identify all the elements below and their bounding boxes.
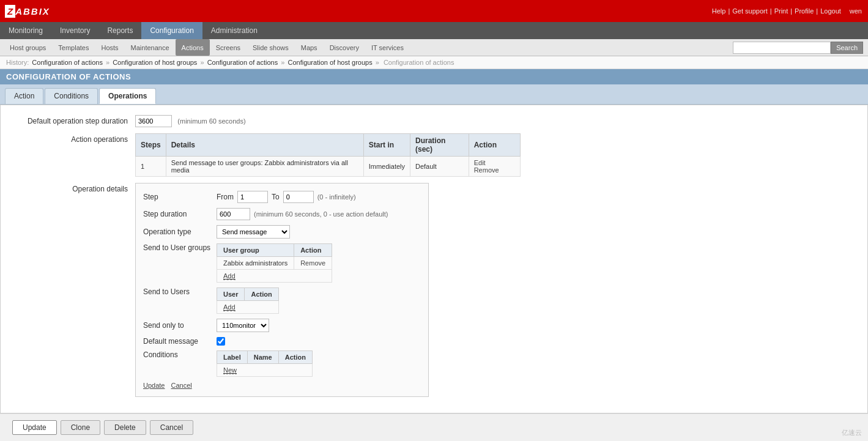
clone-button[interactable]: Clone [61, 420, 100, 435]
default-step-duration-label: Default operation step duration [13, 115, 135, 125]
breadcrumb-current: Configuration of actions [384, 59, 454, 66]
subnav-maintenance[interactable]: Maintenance [125, 39, 176, 56]
delete-button[interactable]: Delete [104, 420, 146, 435]
subnav-templates[interactable]: Templates [52, 39, 95, 56]
nav-monitoring[interactable]: Monitoring [0, 22, 51, 39]
table-row: New [217, 364, 313, 377]
logo-wrap: Z ABBIX [0, 0, 55, 22]
search-input[interactable] [733, 42, 831, 54]
conditions-value: Label Name Action New [217, 350, 313, 377]
operation-details-value: Step From To (0 - infinitely) Step durat… [135, 183, 855, 397]
breadcrumb-link-3[interactable]: Configuration of actions [207, 59, 278, 66]
breadcrumb-link-2[interactable]: Configuration of host groups [113, 59, 197, 66]
main-content: Default operation step duration (minimum… [0, 105, 868, 413]
send-only-to-select[interactable]: 110monitor All [217, 319, 269, 332]
send-to-user-groups-value: User group Action Zabbix administrators … [217, 243, 332, 283]
bottom-buttons: Update Clone Delete Cancel [0, 413, 868, 441]
main-nav: Monitoring Inventory Reports Configurati… [0, 22, 868, 39]
col-details: Details [166, 134, 363, 157]
search-button[interactable]: Search [831, 42, 863, 54]
top-right-links: Help | Get support | Print | Profile | L… [712, 7, 868, 15]
step-duration-input[interactable] [217, 208, 250, 220]
new-condition-link[interactable]: New [223, 366, 237, 374]
breadcrumb-link-1[interactable]: Configuration of actions [32, 59, 103, 66]
subnav-slide-shows[interactable]: Slide shows [247, 39, 295, 56]
nav-reports[interactable]: Reports [98, 22, 141, 39]
subnav-discovery[interactable]: Discovery [324, 39, 365, 56]
nav-configuration[interactable]: Configuration [141, 22, 202, 39]
row-start-in: Immediately [363, 157, 410, 177]
cancel-button[interactable]: Cancel [150, 420, 193, 435]
logo-rest: ABBIX [15, 6, 50, 17]
default-step-duration-input[interactable] [135, 115, 172, 127]
operation-details-box: Step From To (0 - infinitely) Step durat… [135, 183, 429, 397]
conditions-label: Conditions [143, 350, 217, 359]
op-update-link[interactable]: Update [143, 382, 165, 389]
table-row: Add [217, 270, 332, 283]
operation-type-label: Operation type [143, 228, 217, 236]
subnav-host-groups[interactable]: Host groups [4, 39, 52, 56]
col-steps: Steps [136, 134, 166, 157]
remove-link[interactable]: Remove [474, 166, 499, 174]
to-input[interactable] [283, 191, 314, 203]
from-input[interactable] [237, 191, 268, 203]
breadcrumb-link-4[interactable]: Configuration of host groups [287, 59, 372, 66]
tab-conditions[interactable]: Conditions [45, 88, 98, 104]
row-actions: Edit Remove [469, 157, 520, 177]
breadcrumb-history-label: History: [6, 59, 29, 66]
breadcrumb: History: Configuration of actions » Conf… [0, 56, 868, 69]
add-user-group-link[interactable]: Add [223, 272, 236, 280]
ug-col-group: User group [217, 244, 294, 257]
send-to-user-groups-row: Send to User groups User group Action [143, 243, 421, 283]
step-duration-label: Step duration [143, 210, 217, 218]
watermark: 亿速云 [842, 428, 862, 437]
operation-type-select[interactable]: Send message Remote command [217, 225, 290, 239]
send-to-users-row: Send to Users User Action [143, 287, 421, 314]
default-step-duration-value: (minimum 60 seconds) [135, 115, 855, 127]
default-step-duration-hint: (minimum 60 seconds) [177, 117, 245, 125]
tab-bar: Action Conditions Operations [0, 84, 868, 105]
default-step-duration-row: Default operation step duration (minimum… [13, 115, 855, 127]
profile-link[interactable]: Profile [795, 7, 814, 15]
default-message-checkbox[interactable] [217, 337, 225, 346]
tab-action[interactable]: Action [5, 88, 43, 104]
ug-col-action: Action [294, 244, 332, 257]
print-link[interactable]: Print [774, 7, 788, 15]
username: wen [850, 7, 862, 15]
logout-link[interactable]: Logout [820, 7, 841, 15]
nav-inventory[interactable]: Inventory [51, 22, 98, 39]
ug-group-name: Zabbix administrators [217, 257, 294, 270]
tab-operations[interactable]: Operations [99, 88, 156, 104]
nav-administration[interactable]: Administration [202, 22, 266, 39]
cond-col-label: Label [217, 351, 248, 364]
default-message-row: Default message [143, 337, 421, 346]
add-user-link[interactable]: Add [223, 303, 236, 311]
user-groups-table: User group Action Zabbix administrators … [217, 243, 332, 283]
op-cancel-link[interactable]: Cancel [171, 382, 191, 389]
update-button[interactable]: Update [12, 420, 57, 435]
ug-add-cell: Add [217, 270, 332, 283]
default-message-value [217, 337, 225, 346]
ug-remove-link[interactable]: Remove [300, 259, 325, 267]
logo-z: Z [5, 5, 15, 18]
step-value: From To (0 - infinitely) [217, 191, 356, 203]
send-to-users-label: Send to Users [143, 287, 217, 296]
get-support-link[interactable]: Get support [732, 7, 767, 15]
step-label: Step [143, 193, 217, 201]
subnav-it-services[interactable]: IT services [365, 39, 410, 56]
col-start-in: Start in [363, 134, 410, 157]
help-link[interactable]: Help [712, 7, 726, 15]
subnav-maps[interactable]: Maps [295, 39, 324, 56]
subnav-hosts[interactable]: Hosts [95, 39, 124, 56]
send-to-user-groups-label: Send to User groups [143, 243, 217, 252]
step-row: Step From To (0 - infinitely) [143, 191, 421, 203]
edit-link[interactable]: Edit [474, 159, 486, 166]
to-label: To [272, 193, 280, 201]
subnav-screens[interactable]: Screens [210, 39, 247, 56]
to-hint: (0 - infinitely) [317, 193, 356, 201]
subnav-actions[interactable]: Actions [176, 39, 210, 56]
col-duration: Duration (sec) [410, 134, 469, 157]
operations-table: Steps Details Start in Duration (sec) Ac… [135, 133, 521, 177]
cond-col-action: Action [278, 351, 312, 364]
send-only-to-row: Send only to 110monitor All [143, 319, 421, 332]
